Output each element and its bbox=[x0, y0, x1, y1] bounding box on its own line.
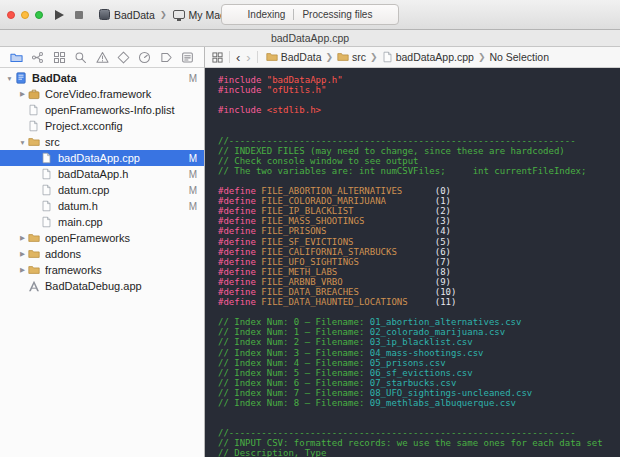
breadcrumb-item[interactable]: src bbox=[337, 51, 366, 63]
code-line[interactable] bbox=[218, 176, 620, 186]
window-tab-bar: badDataApp.cpp bbox=[0, 30, 620, 47]
code-line[interactable]: #define FILE_ABORTION_ALTERNATIVES (0) bbox=[218, 186, 620, 196]
code-line[interactable]: #include <stdlib.h> bbox=[218, 105, 620, 115]
code-line[interactable] bbox=[218, 115, 620, 125]
tree-item-frameworks[interactable]: ▶frameworks bbox=[0, 262, 204, 278]
disclosure-triangle[interactable]: ▶ bbox=[17, 250, 28, 258]
tree-item-addons[interactable]: ▶addons bbox=[0, 246, 204, 262]
breadcrumb-item[interactable]: badDataApp.cpp bbox=[382, 51, 474, 63]
forward-button[interactable]: › bbox=[246, 51, 250, 64]
code-editor[interactable]: #include "badDataApp.h"#include "ofUtils… bbox=[205, 68, 620, 457]
close-window-button[interactable] bbox=[7, 11, 15, 19]
tree-item-baddataapp-h[interactable]: badDataApp.hM bbox=[0, 166, 204, 182]
disclosure-triangle[interactable]: ▼ bbox=[4, 75, 15, 82]
symbol-navigator-tab[interactable] bbox=[52, 50, 67, 65]
code-line[interactable] bbox=[218, 95, 620, 105]
tree-item-datum-cpp[interactable]: datum.cppM bbox=[0, 182, 204, 198]
code-line[interactable]: // Check console window to see output bbox=[218, 156, 620, 166]
modified-badge: M bbox=[189, 185, 197, 196]
code-line[interactable]: #define FILE_DATA_HAUNTED_LOCATIONS (11) bbox=[218, 297, 620, 307]
code-line[interactable]: //--------------------------------------… bbox=[218, 428, 620, 438]
tree-item-openframeworks-info-plist[interactable]: openFrameworks-Info.plist bbox=[0, 102, 204, 118]
code-line[interactable]: // Index Num: 0 – Filename: 01_abortion_… bbox=[218, 317, 620, 327]
disclosure-triangle[interactable]: ▼ bbox=[17, 139, 28, 146]
breadcrumb-item[interactable]: BadData bbox=[266, 51, 322, 63]
code-line[interactable]: #define FILE_UFO_SIGHTINGS (7) bbox=[218, 257, 620, 267]
code-line[interactable]: #define FILE_MASS_SHOOTINGS (3) bbox=[218, 216, 620, 226]
folder-icon bbox=[28, 136, 41, 148]
code-line[interactable] bbox=[218, 307, 620, 317]
code-line[interactable]: // Index Num: 4 – Filename: 05_prisons.c… bbox=[218, 358, 620, 368]
file-icon bbox=[28, 104, 41, 116]
issue-navigator-tab[interactable] bbox=[95, 50, 110, 65]
tree-item-baddatadebug-app[interactable]: BadDataDebug.app bbox=[0, 278, 204, 294]
stop-button[interactable] bbox=[75, 11, 83, 19]
code-line[interactable] bbox=[218, 408, 620, 418]
code-line[interactable]: // Index Num: 3 – Filename: 04_mass-shoo… bbox=[218, 348, 620, 358]
code-line[interactable]: #define FILE_METH_LABS (8) bbox=[218, 267, 620, 277]
breakpoint-navigator-tab[interactable] bbox=[159, 50, 174, 65]
folder-icon bbox=[28, 232, 41, 244]
tree-item-project-xcconfig[interactable]: Project.xcconfig bbox=[0, 118, 204, 134]
tree-item-main-cpp[interactable]: main.cpp bbox=[0, 214, 204, 230]
code-line[interactable]: // Index Num: 5 – Filename: 06_sf_evicti… bbox=[218, 368, 620, 378]
code-line[interactable]: #define FILE_CALIFORNIA_STARBUCKS (6) bbox=[218, 247, 620, 257]
item-label: openFrameworks-Info.plist bbox=[45, 104, 191, 116]
back-button[interactable]: ‹ bbox=[236, 51, 240, 64]
code-line[interactable]: // Index Num: 1 – Filename: 02_colorado_… bbox=[218, 327, 620, 337]
tree-item-baddata[interactable]: ▼BadDataM bbox=[0, 70, 204, 86]
breadcrumb-item[interactable]: No Selection bbox=[489, 51, 549, 63]
activity-viewer: Indexing Processing files bbox=[221, 4, 399, 25]
code-line[interactable]: #define FILE_IP_BLACKLIST (2) bbox=[218, 206, 620, 216]
tree-item-openframeworks[interactable]: ▶openFrameworks bbox=[0, 230, 204, 246]
code-line[interactable] bbox=[218, 418, 620, 428]
item-label: frameworks bbox=[45, 264, 118, 276]
code-line[interactable]: #define FILE_SF_EVICTIONS (5) bbox=[218, 237, 620, 247]
report-navigator-tab[interactable] bbox=[180, 50, 195, 65]
code-line[interactable]: #include "ofUtils.h" bbox=[218, 85, 620, 95]
code-line[interactable]: #define FILE_DATA_BREACHES (10) bbox=[218, 287, 620, 297]
zoom-window-button[interactable] bbox=[35, 11, 43, 19]
code-line[interactable]: #define FILE_COLORADO_MARIJUANA (1) bbox=[218, 196, 620, 206]
window-tab-title: badDataApp.cpp bbox=[271, 32, 349, 44]
code-line[interactable]: // Index Num: 6 – Filename: 07_starbucks… bbox=[218, 378, 620, 388]
find-navigator-tab[interactable] bbox=[73, 50, 88, 65]
scheme-label: BadData bbox=[114, 9, 155, 21]
scheme-chevrons-icon: ❯ bbox=[160, 10, 166, 19]
folder-icon bbox=[28, 264, 41, 276]
tree-item-datum-h[interactable]: datum.hM bbox=[0, 198, 204, 214]
code-line[interactable]: #define FILE_ARBNB_VRBO (9) bbox=[218, 277, 620, 287]
code-line[interactable]: // INPUT CSV: formatted records: we use … bbox=[218, 438, 620, 448]
code-line[interactable]: // INDEXED FILES (may need to change, si… bbox=[218, 146, 620, 156]
minimize-window-button[interactable] bbox=[21, 11, 29, 19]
related-items-icon[interactable] bbox=[212, 52, 223, 63]
source-control-navigator-tab[interactable] bbox=[30, 50, 45, 65]
disclosure-triangle[interactable]: ▶ bbox=[17, 90, 28, 98]
disclosure-triangle[interactable]: ▶ bbox=[17, 266, 28, 274]
code-line[interactable]: // Index Num: 7 – Filename: 08_UFO_sight… bbox=[218, 388, 620, 398]
folder-icon bbox=[28, 248, 41, 260]
tree-item-src[interactable]: ▼src bbox=[0, 134, 204, 150]
code-line[interactable]: // Index Num: 2 – Filename: 03_ip_blackl… bbox=[218, 337, 620, 347]
code-line[interactable]: // Index Num: 8 – Filename: 09_methlabs_… bbox=[218, 398, 620, 408]
code-line[interactable]: #define FILE_PRISONS (4) bbox=[218, 226, 620, 236]
debug-navigator-tab[interactable] bbox=[137, 50, 152, 65]
code-line[interactable]: // Description, Type bbox=[218, 448, 620, 457]
code-line[interactable]: // The two variables are: int numCSVFile… bbox=[218, 166, 620, 176]
code-line[interactable]: #include "badDataApp.h" bbox=[218, 75, 620, 85]
scheme-app-icon bbox=[99, 9, 110, 20]
breadcrumb-label: No Selection bbox=[489, 51, 549, 63]
destination-selector[interactable]: My Mac bbox=[173, 9, 226, 21]
scheme-selector[interactable]: BadData ❯ bbox=[99, 9, 166, 21]
tree-item-corevideo-framework[interactable]: ▶CoreVideo.framework bbox=[0, 86, 204, 102]
code-line[interactable]: //--------------------------------------… bbox=[218, 136, 620, 146]
tree-item-baddataapp-cpp[interactable]: badDataApp.cppM bbox=[0, 150, 204, 166]
disclosure-triangle[interactable]: ▶ bbox=[17, 234, 28, 242]
code-line[interactable] bbox=[218, 125, 620, 135]
modified-badge: M bbox=[189, 73, 197, 84]
run-button[interactable] bbox=[55, 10, 64, 20]
project-tree: ▼BadDataM▶CoreVideo.frameworkopenFramewo… bbox=[0, 68, 204, 457]
breadcrumb: BadData❯src❯badDataApp.cpp❯No Selection bbox=[266, 51, 549, 63]
test-navigator-tab[interactable] bbox=[116, 50, 131, 65]
project-navigator-tab[interactable] bbox=[9, 50, 24, 65]
